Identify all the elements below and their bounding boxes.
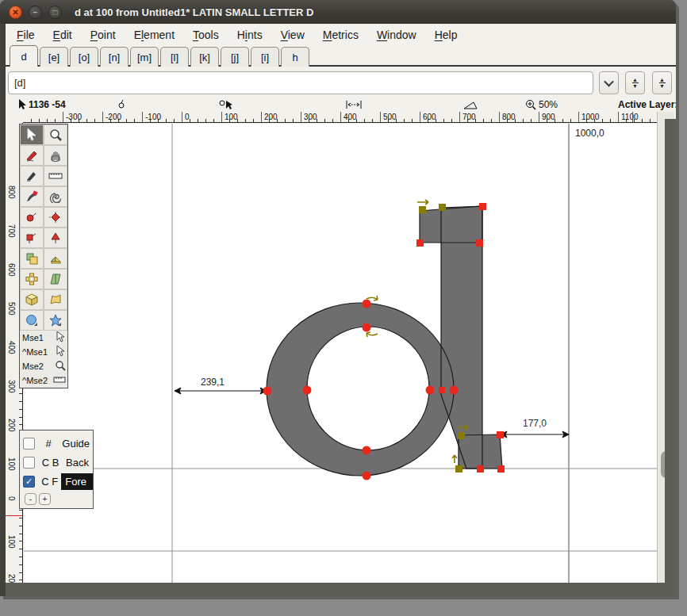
layer-row-fore[interactable]: ✓C FFore: [23, 472, 93, 491]
desktop: ✕ – □ d at 100 from Untitled1* LATIN SMA…: [0, 0, 687, 616]
angle-icon: [462, 99, 478, 110]
tool-ellipse[interactable]: [20, 310, 44, 331]
tool-knife[interactable]: [20, 166, 44, 186]
word-entry-input[interactable]: [8, 71, 593, 94]
menu-view[interactable]: View: [281, 29, 305, 41]
tool-curve-point[interactable]: [20, 207, 44, 228]
menu-edit[interactable]: Edit: [53, 29, 72, 41]
layer-row-guide[interactable]: #Guide: [23, 434, 93, 453]
ruler-label: 400: [7, 341, 16, 354]
glyph-canvas[interactable]: 1000,0: [24, 124, 657, 589]
add-layer-button[interactable]: +: [39, 493, 51, 505]
updown-button-2[interactable]: ▲▼: [652, 71, 672, 94]
mouse-binding-label: ^Mse2: [22, 376, 48, 385]
glyph-tab-h[interactable]: h: [281, 47, 309, 67]
tool-rotate[interactable]: [20, 269, 44, 289]
measure-right: 177,0: [501, 418, 569, 438]
tool-scale[interactable]: [20, 248, 44, 269]
layer-name[interactable]: Guide: [59, 436, 93, 451]
remove-layer-button[interactable]: -: [25, 493, 36, 505]
maximize-button[interactable]: □: [48, 6, 62, 19]
measure-right-label: 177,0: [523, 418, 547, 429]
ruler-label: 600: [423, 113, 436, 121]
ruler-tick: [19, 518, 22, 518]
menu-metrics[interactable]: Metrics: [323, 29, 359, 41]
measure-left: 239,1: [175, 377, 267, 394]
pencil-icon: [25, 149, 38, 162]
titlebar[interactable]: ✕ – □ d at 100 from Untitled1* LATIN SMA…: [0, 0, 676, 24]
mouse-binding-ctrl-mse2[interactable]: ^Mse2: [20, 373, 67, 388]
menu-help[interactable]: Help: [435, 29, 458, 41]
glyph-tab-d[interactable]: d: [10, 45, 38, 67]
zoom-level: 50%: [539, 99, 558, 110]
tool-perspective[interactable]: [44, 289, 67, 310]
tool-rotate-3d[interactable]: [20, 289, 44, 310]
tool-pointer[interactable]: [20, 124, 44, 145]
magnify-icon: [55, 360, 66, 373]
word-dropdown-button[interactable]: [599, 71, 619, 94]
glyph-drawing[interactable]: 1000,0: [24, 124, 657, 589]
tool-ruler[interactable]: [44, 166, 67, 186]
glyph-tab-k[interactable]: [k]: [190, 47, 219, 67]
glyph-tab-l[interactable]: [l]: [160, 47, 189, 67]
glyph-tab-n[interactable]: [n]: [100, 47, 129, 67]
ruler-tick: [412, 119, 413, 122]
tool-star[interactable]: [44, 310, 67, 331]
layer-visible-checkbox[interactable]: ✓: [23, 476, 35, 488]
horizontal-ruler[interactable]: -300-200-1000100200300400500600700800900…: [23, 112, 657, 123]
tool-flip[interactable]: [44, 248, 67, 269]
menu-tools[interactable]: Tools: [193, 29, 219, 41]
updown-button-1[interactable]: ▲▼: [625, 71, 645, 94]
mouse-binding-mse2[interactable]: Mse2: [20, 359, 67, 373]
layer-row-back[interactable]: C BBack: [23, 453, 93, 472]
menu-element[interactable]: Element: [134, 29, 175, 41]
tool-corner-point[interactable]: [20, 228, 44, 248]
layer-visible-checkbox[interactable]: [23, 457, 35, 469]
spiral-icon: [49, 190, 62, 203]
layer-visible-checkbox[interactable]: [23, 438, 35, 450]
ruler-tick: [205, 119, 206, 122]
tool-tangent-point[interactable]: [44, 228, 67, 248]
ruler-tick: [245, 119, 246, 122]
mouse-binding-ctrl-mse1[interactable]: ^Mse1: [20, 345, 67, 359]
layer-edit-flags: C F: [40, 476, 59, 488]
ruler-tick: [39, 119, 40, 122]
tool-pen[interactable]: [20, 186, 44, 207]
window-content: FileEditPointElementToolsHintsViewMetric…: [6, 24, 676, 596]
ruler-tick: [332, 119, 333, 122]
ruler-tick: [261, 112, 262, 122]
tool-freehand[interactable]: [20, 145, 44, 166]
magnify-icon: [525, 99, 536, 110]
tool-scroll[interactable]: [44, 145, 67, 166]
glyph-tab-e[interactable]: [e]: [40, 47, 68, 67]
pointer-icon: [26, 128, 37, 141]
minimize-button[interactable]: –: [29, 6, 42, 19]
glyph-tab-j[interactable]: [j]: [221, 47, 249, 67]
layer-name[interactable]: Back: [63, 455, 92, 470]
tool-hvcurve-point[interactable]: [44, 207, 67, 228]
ruler-label: 200: [7, 419, 16, 432]
glyph-tab-m[interactable]: [m]: [130, 47, 159, 67]
menu-hints[interactable]: Hints: [237, 29, 263, 41]
ruler-tick: [372, 119, 373, 122]
ruler-tick: [213, 119, 214, 122]
tool-spiro[interactable]: [44, 186, 67, 207]
layer-name[interactable]: Fore: [61, 473, 93, 490]
tool-magnify[interactable]: [44, 124, 67, 145]
ruler-tick: [483, 119, 484, 122]
glyph-tab-i[interactable]: [i]: [251, 47, 279, 67]
ruler-tick: [19, 417, 22, 418]
menu-point[interactable]: Point: [90, 29, 116, 41]
glyph-tab-o[interactable]: [o]: [70, 47, 98, 67]
glyph-outline[interactable]: [267, 206, 502, 476]
menu-file[interactable]: File: [17, 29, 35, 41]
ruler-label: 800: [7, 186, 16, 199]
advance-label: 1000,0: [575, 128, 604, 139]
ruler-tick: [650, 119, 651, 122]
close-button[interactable]: ✕: [9, 6, 22, 19]
ruler-tick: [63, 112, 63, 122]
mouse-binding-mse1[interactable]: Mse1: [20, 331, 67, 345]
menu-window[interactable]: Window: [377, 29, 416, 41]
ruler-label: 200: [264, 113, 278, 121]
tool-skew[interactable]: [44, 269, 67, 289]
